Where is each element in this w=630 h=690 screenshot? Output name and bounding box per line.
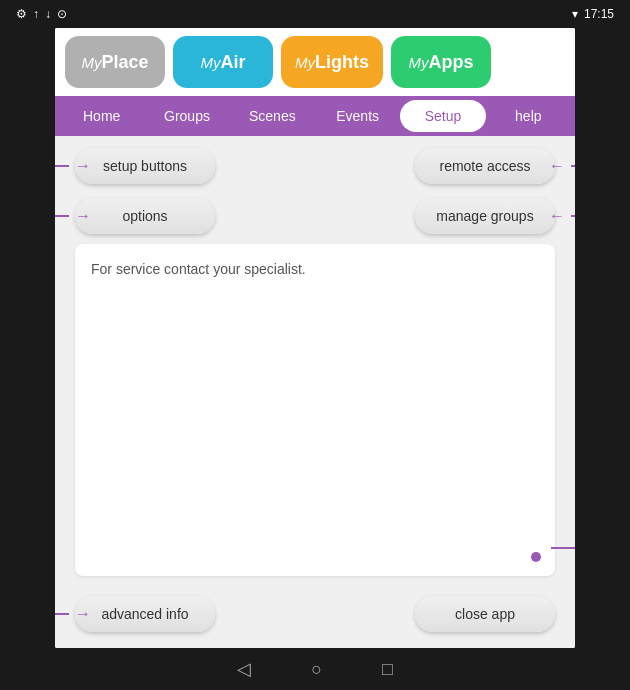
arrow-d bbox=[571, 215, 575, 217]
dot-indicator bbox=[531, 552, 541, 562]
arrow-c bbox=[571, 165, 575, 167]
row-b: B → options manage groups ← D bbox=[75, 198, 555, 234]
annotation-c-group: ← C bbox=[549, 152, 575, 180]
status-bar: ⚙ ↑ ↓ ⊙ ▾ 17:15 bbox=[0, 0, 630, 28]
tab-home[interactable]: Home bbox=[59, 100, 144, 132]
arrowhead-d: ← bbox=[549, 207, 565, 225]
home-icon[interactable]: ○ bbox=[311, 659, 322, 680]
bottom-row: E → advanced info close app bbox=[75, 596, 555, 632]
mylights-app-icon[interactable]: MyLights bbox=[281, 36, 383, 88]
myplace-label: MyPlace bbox=[81, 52, 148, 73]
buttons-row-1: setup buttons remote access ← C bbox=[75, 148, 555, 184]
manage-groups-button[interactable]: manage groups bbox=[415, 198, 555, 234]
recent-icon[interactable]: □ bbox=[382, 659, 393, 680]
service-text: For service contact your specialist. bbox=[91, 261, 306, 277]
tab-groups[interactable]: Groups bbox=[144, 100, 229, 132]
tab-help[interactable]: help bbox=[486, 100, 571, 132]
annotation-e-group: E → bbox=[55, 600, 91, 628]
arrowhead-a: → bbox=[75, 157, 91, 175]
arrow-a bbox=[55, 165, 69, 167]
clock-icon: ⊙ bbox=[57, 7, 67, 21]
wifi-icon: ▾ bbox=[572, 7, 578, 21]
phone-frame: MyPlace MyAir MyLights MyApps Home Group… bbox=[55, 28, 575, 648]
advanced-info-button[interactable]: advanced info bbox=[75, 596, 215, 632]
notification-icon: ⚙ bbox=[16, 7, 27, 21]
nav-tabs: Home Groups Scenes Events Setup help bbox=[55, 96, 575, 136]
tab-scenes[interactable]: Scenes bbox=[230, 100, 315, 132]
annotation-a-group: A → bbox=[55, 152, 91, 180]
tab-events[interactable]: Events bbox=[315, 100, 400, 132]
app-header: MyPlace MyAir MyLights MyApps bbox=[55, 28, 575, 96]
download-icon: ↓ bbox=[45, 7, 51, 21]
mylights-label: MyLights bbox=[295, 52, 369, 73]
status-icons-left: ⚙ ↑ ↓ ⊙ bbox=[16, 7, 67, 21]
upload-icon: ↑ bbox=[33, 7, 39, 21]
setup-buttons-button[interactable]: setup buttons bbox=[75, 148, 215, 184]
nav-bar: ◁ ○ □ bbox=[0, 648, 630, 690]
tab-setup[interactable]: Setup bbox=[400, 100, 485, 132]
arrow-e bbox=[55, 613, 69, 615]
options-button[interactable]: options bbox=[75, 198, 215, 234]
close-app-button[interactable]: close app bbox=[415, 596, 555, 632]
myplace-app-icon[interactable]: MyPlace bbox=[65, 36, 165, 88]
time-display: 17:15 bbox=[584, 7, 614, 21]
annotation-f-group: F bbox=[551, 534, 575, 562]
setup-content: A → setup buttons remote access ← C B bbox=[55, 136, 575, 648]
remote-access-button[interactable]: remote access bbox=[415, 148, 555, 184]
myair-label: MyAir bbox=[200, 52, 245, 73]
myair-app-icon[interactable]: MyAir bbox=[173, 36, 273, 88]
status-icons-right: ▾ 17:15 bbox=[572, 7, 614, 21]
back-icon[interactable]: ◁ bbox=[237, 658, 251, 680]
annotation-b-group: B → bbox=[55, 202, 91, 230]
myapps-label: MyApps bbox=[409, 52, 474, 73]
arrowhead-b: → bbox=[75, 207, 91, 225]
arrowhead-c: ← bbox=[549, 157, 565, 175]
row-a: A → setup buttons remote access ← C bbox=[75, 148, 555, 184]
arrow-f bbox=[551, 547, 575, 549]
service-box: For service contact your specialist. F bbox=[75, 244, 555, 576]
buttons-row-2: options manage groups ← D bbox=[75, 198, 555, 234]
annotation-d-group: ← D bbox=[549, 202, 575, 230]
myapps-app-icon[interactable]: MyApps bbox=[391, 36, 491, 88]
arrowhead-e: → bbox=[75, 605, 91, 623]
arrow-b bbox=[55, 215, 69, 217]
